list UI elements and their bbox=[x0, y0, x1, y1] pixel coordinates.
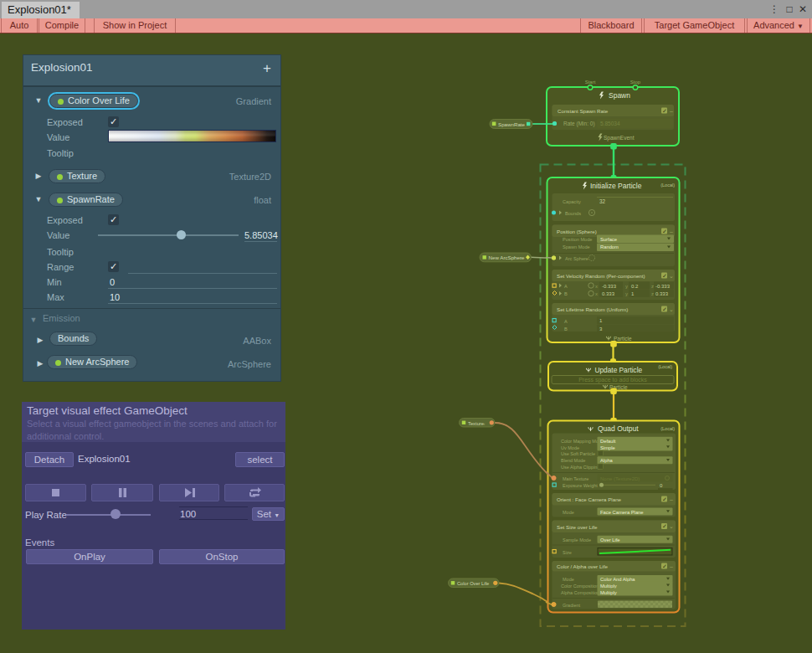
svg-text:Blend Mode: Blend Mode bbox=[561, 458, 585, 463]
svg-text:–: – bbox=[670, 229, 673, 234]
svg-text:Capacity: Capacity bbox=[563, 199, 581, 204]
svg-text:New ArcSphere: New ArcSphere bbox=[489, 255, 526, 260]
svg-text:⌄: ⌄ bbox=[669, 523, 674, 529]
svg-text:Multiply: Multiply bbox=[600, 584, 617, 589]
svg-text:z: z bbox=[651, 291, 654, 296]
svg-text:✓: ✓ bbox=[662, 229, 667, 234]
svg-text:✓: ✓ bbox=[662, 273, 667, 279]
svg-text:x: x bbox=[595, 291, 598, 296]
svg-text:–: – bbox=[670, 563, 673, 569]
svg-text:Alpha: Alpha bbox=[600, 458, 614, 463]
svg-text:Bounds: Bounds bbox=[565, 211, 581, 216]
svg-text:Exposure Weight: Exposure Weight bbox=[563, 483, 598, 488]
svg-text:0.2: 0.2 bbox=[631, 284, 639, 289]
svg-text:Initialize Particle: Initialize Particle bbox=[590, 182, 642, 190]
svg-text:✓: ✓ bbox=[662, 496, 667, 502]
svg-text:(Local): (Local) bbox=[660, 426, 675, 431]
svg-text:Start: Start bbox=[585, 80, 596, 85]
svg-text:(Local): (Local) bbox=[660, 183, 675, 188]
svg-text:Quad Output: Quad Output bbox=[598, 424, 639, 433]
svg-text:–: – bbox=[670, 496, 673, 502]
svg-text:⌄: ⌄ bbox=[669, 306, 674, 312]
svg-text:Stop: Stop bbox=[630, 80, 641, 85]
svg-text:Particle: Particle bbox=[614, 336, 632, 342]
svg-text:Set Velocity Random (Per-compo: Set Velocity Random (Per-component) bbox=[557, 273, 645, 279]
svg-text:–: – bbox=[670, 108, 673, 114]
svg-text:Face Camera Plane: Face Camera Plane bbox=[600, 510, 644, 515]
svg-text:Mode: Mode bbox=[563, 577, 574, 582]
svg-text:Spawn Mode: Spawn Mode bbox=[563, 244, 590, 249]
svg-text:-0.333: -0.333 bbox=[655, 284, 671, 289]
svg-text:Main Texture: Main Texture bbox=[563, 476, 588, 481]
svg-text:Color Mapping Mode: Color Mapping Mode bbox=[561, 439, 604, 444]
svg-text:Position (Sphere): Position (Sphere) bbox=[557, 229, 597, 234]
svg-text:-0.333: -0.333 bbox=[602, 284, 617, 289]
svg-text:Over Life: Over Life bbox=[600, 537, 620, 542]
svg-text:Simple: Simple bbox=[600, 445, 615, 450]
svg-text:Color And Alpha: Color And Alpha bbox=[600, 577, 635, 582]
svg-text:Position Mode: Position Mode bbox=[563, 237, 592, 242]
svg-text:✓: ✓ bbox=[662, 563, 667, 569]
svg-text:Multiply: Multiply bbox=[600, 590, 617, 595]
svg-text:Constant Spawn Rate: Constant Spawn Rate bbox=[558, 108, 609, 114]
svg-text:✓: ✓ bbox=[662, 523, 667, 529]
svg-text:Color / Alpha over Life: Color / Alpha over Life bbox=[557, 563, 608, 569]
svg-text:Mode: Mode bbox=[563, 510, 574, 515]
svg-text:‹: ‹ bbox=[521, 122, 522, 127]
svg-text:✓: ✓ bbox=[662, 306, 667, 312]
svg-text:B: B bbox=[564, 291, 568, 296]
svg-text:Uv Mode: Uv Mode bbox=[561, 445, 579, 450]
svg-text:Sample Mode: Sample Mode bbox=[563, 537, 591, 542]
svg-text:✓: ✓ bbox=[662, 108, 667, 114]
svg-text:A: A bbox=[564, 284, 568, 289]
svg-text:Default: Default bbox=[600, 439, 616, 444]
svg-text:Size: Size bbox=[563, 550, 572, 555]
svg-text:Gradient: Gradient bbox=[563, 603, 581, 608]
svg-text:B: B bbox=[564, 326, 568, 332]
svg-text:Set Lifetime Random (Uniform): Set Lifetime Random (Uniform) bbox=[557, 306, 628, 312]
svg-text:y: y bbox=[625, 291, 628, 296]
svg-text:(Local): (Local) bbox=[658, 364, 672, 369]
svg-text:Texture: Texture bbox=[468, 421, 484, 426]
svg-text:Update Particle: Update Particle bbox=[595, 366, 643, 374]
svg-text:‹: ‹ bbox=[484, 421, 486, 426]
svg-text:Orient : Face Camera Plane: Orient : Face Camera Plane bbox=[557, 496, 622, 502]
svg-text:A: A bbox=[564, 319, 568, 324]
svg-text:Press space to add blocks: Press space to add blocks bbox=[578, 377, 647, 383]
svg-text:Surface: Surface bbox=[600, 237, 617, 242]
svg-text:Color Over Life: Color Over Life bbox=[457, 581, 489, 586]
svg-text:Color Composition: Color Composition bbox=[561, 584, 599, 589]
svg-text:z: z bbox=[651, 284, 654, 289]
svg-text:Use Alpha Clipping: Use Alpha Clipping bbox=[561, 465, 599, 470]
svg-text:Arc Sphere: Arc Sphere bbox=[565, 256, 588, 261]
svg-text:Rate (Min: 0): Rate (Min: 0) bbox=[563, 121, 595, 127]
svg-text:Use Soft Particle: Use Soft Particle bbox=[561, 451, 595, 456]
svg-text:Set Size over Life: Set Size over Life bbox=[557, 524, 598, 530]
svg-text:Spawn: Spawn bbox=[609, 91, 630, 100]
svg-text:32: 32 bbox=[599, 198, 606, 204]
svg-text:Alpha Composition: Alpha Composition bbox=[561, 590, 599, 595]
svg-text:x: x bbox=[595, 284, 598, 289]
svg-text:Random: Random bbox=[600, 244, 619, 249]
svg-text:0.333: 0.333 bbox=[602, 291, 615, 296]
svg-text:y: y bbox=[625, 284, 628, 289]
svg-text:‹: ‹ bbox=[486, 581, 488, 586]
svg-text:0.333: 0.333 bbox=[655, 291, 669, 296]
svg-text:‹: ‹ bbox=[521, 255, 522, 260]
svg-text:None (Texture2D): None (Texture2D) bbox=[600, 476, 640, 481]
svg-text:⌄: ⌄ bbox=[669, 273, 674, 279]
svg-text:5.85034: 5.85034 bbox=[600, 121, 620, 126]
svg-text:SpawnEvent: SpawnEvent bbox=[604, 135, 635, 141]
